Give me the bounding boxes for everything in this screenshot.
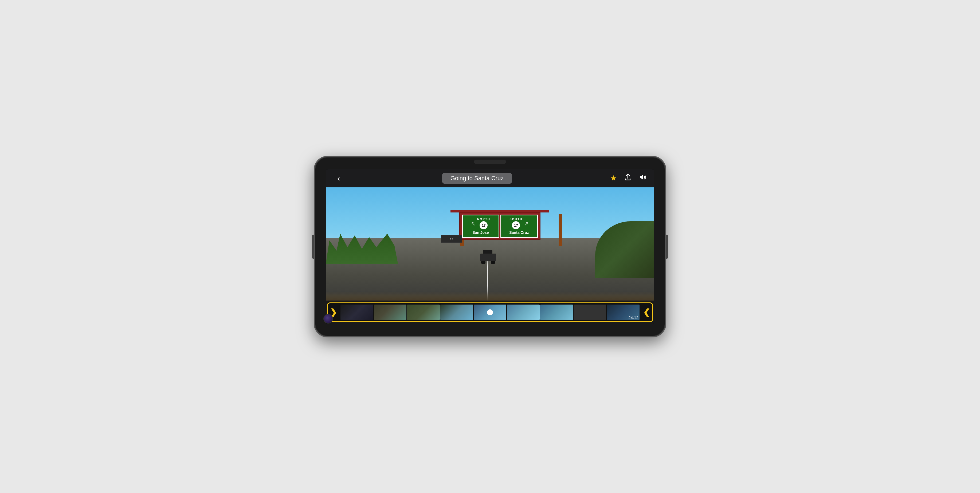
sign-beam <box>450 210 549 213</box>
action-buttons: ★ <box>610 173 647 183</box>
volume-button[interactable] <box>639 174 647 183</box>
front-camera <box>323 314 333 323</box>
south-santa-cruz-sign: SOUTH 17 ↗ Santa Cruz <box>500 215 538 238</box>
frame-thumb-3[interactable] <box>407 305 440 320</box>
phone-notch <box>474 160 506 164</box>
playhead[interactable] <box>487 309 493 315</box>
small-road-sign: ●● <box>441 235 462 243</box>
share-button[interactable] <box>624 173 631 183</box>
south-route-badge: 17 <box>511 221 520 230</box>
highway-sign-structure: ↖ NORTH 17 San Jose <box>450 210 549 240</box>
north-route-badge: 17 <box>479 221 488 230</box>
frame-thumb-4[interactable] <box>440 305 473 320</box>
timeline-strip: ❯ 24.12 ❮ <box>326 301 654 324</box>
volume-button[interactable] <box>312 235 314 259</box>
north-san-jose-sign: ↖ NORTH 17 San Jose <box>462 215 500 238</box>
frame-thumb-6[interactable] <box>507 305 540 320</box>
frame-thumb-1[interactable] <box>340 305 373 320</box>
phone-screen: ‹ Going to Santa Cruz ★ <box>326 169 654 324</box>
timeline-next-button[interactable]: ❮ <box>643 307 650 317</box>
south-route-number: 17 <box>514 224 518 227</box>
north-city-name: San Jose <box>473 231 488 235</box>
frame-thumb-2[interactable] <box>374 305 407 320</box>
dashboard-reflection <box>326 291 654 301</box>
video-title: Going to Santa Cruz <box>442 173 512 184</box>
north-direction-label: NORTH <box>477 218 490 221</box>
overpass-support-right <box>558 214 562 246</box>
power-button[interactable] <box>666 235 668 259</box>
title-bar: Going to Santa Cruz <box>349 173 605 184</box>
timeline-frames <box>328 303 652 321</box>
car-wheels <box>480 261 496 264</box>
south-city-name: Santa Cruz <box>509 231 529 235</box>
south-arrow-icon: ↗ <box>524 221 529 227</box>
wheel-right <box>491 261 495 264</box>
timeline-scrubber[interactable]: ❯ 24.12 ❮ <box>327 302 653 322</box>
south-direction-label: SOUTH <box>509 218 523 221</box>
navigation-bar: ‹ Going to Santa Cruz ★ <box>326 169 654 188</box>
north-route-number: 17 <box>482 224 485 227</box>
wheel-left <box>481 261 485 264</box>
north-arrow-icon: ↖ <box>471 221 476 227</box>
favorite-button[interactable]: ★ <box>610 174 617 183</box>
vehicle <box>480 254 496 264</box>
frame-thumb-8[interactable] <box>574 305 606 320</box>
car-body <box>480 254 496 261</box>
phone-device: ‹ Going to Santa Cruz ★ <box>314 156 666 337</box>
frame-thumb-5[interactable] <box>474 305 507 320</box>
video-player[interactable]: ↖ NORTH 17 San Jose <box>326 188 654 301</box>
frame-thumb-7[interactable] <box>540 305 573 320</box>
video-timestamp: 24.12 <box>628 315 638 320</box>
back-button[interactable]: ‹ <box>333 174 344 183</box>
sign-container: ↖ NORTH 17 San Jose <box>459 213 541 240</box>
